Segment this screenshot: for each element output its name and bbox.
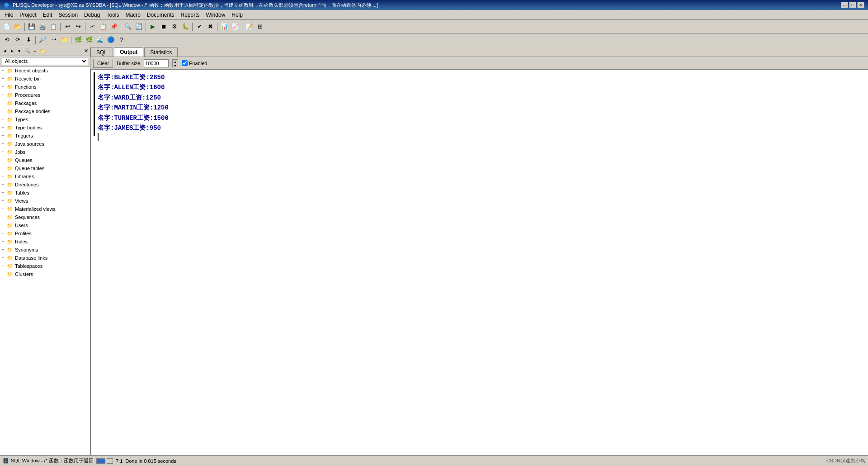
menu-help[interactable]: Help (229, 11, 245, 19)
save-button[interactable]: 💾 (27, 22, 37, 32)
rollback-button[interactable]: ✖ (205, 22, 215, 32)
expand-users[interactable]: + (2, 223, 6, 228)
expand-clusters[interactable]: + (2, 272, 6, 276)
tab-statistics[interactable]: Statistics (144, 48, 178, 57)
expand-tablespaces[interactable]: + (2, 264, 6, 268)
explain-button[interactable]: 📊 (219, 22, 229, 32)
expand-functions[interactable]: + (2, 85, 6, 89)
tree-item-recent[interactable]: + 📁 Recent objects (0, 67, 90, 75)
close-button[interactable]: ✕ (857, 2, 864, 8)
expand-package-bodies[interactable]: + (2, 109, 6, 114)
menu-project[interactable]: Project (17, 11, 39, 19)
tree-item-recycle[interactable]: + 📁 Recycle bin (0, 75, 90, 83)
expand-synonyms[interactable]: + (2, 247, 6, 252)
tree-item-tablespaces[interactable]: + 📁 Tablespaces (0, 262, 90, 270)
expand-mat-views[interactable]: + (2, 207, 6, 211)
clear-button[interactable]: Clear (93, 59, 113, 68)
tb2-btn9[interactable]: 🌊 (95, 35, 105, 45)
expand-type-bodies[interactable]: + (2, 125, 6, 130)
menu-macro[interactable]: Macro (123, 11, 143, 19)
tb2-btn4[interactable]: 🔎 (38, 35, 47, 45)
expand-types[interactable]: + (2, 117, 6, 122)
expand-recycle[interactable]: + (2, 76, 6, 81)
tree-item-roles[interactable]: + 📁 Roles (0, 238, 90, 246)
expand-procedures[interactable]: + (2, 93, 6, 97)
grid-button[interactable]: ⊞ (255, 22, 265, 32)
expand-queues[interactable]: + (2, 158, 6, 162)
expand-views[interactable]: + (2, 199, 6, 203)
left-panel-close[interactable]: ✕ (84, 48, 88, 54)
replace-button[interactable]: 🔄 (134, 22, 144, 32)
tb2-btn8[interactable]: 🌿 (84, 35, 94, 45)
tree-item-views[interactable]: + 📁 Views (0, 197, 90, 205)
tree-item-procedures[interactable]: + 📁 Procedures (0, 91, 90, 99)
tab-output[interactable]: Output (114, 48, 143, 57)
tree-item-queue-tables[interactable]: + 📁 Queue tables (0, 164, 90, 172)
tree-item-profiles[interactable]: + 📁 Profiles (0, 229, 90, 238)
restore-button[interactable]: □ (849, 2, 856, 8)
tree-view[interactable]: + 📁 Recent objects + 📁 Recycle bin + 📁 F… (0, 67, 90, 455)
menu-debug[interactable]: Debug (81, 11, 103, 19)
tb2-btn6[interactable]: 📁 (59, 35, 69, 45)
copy-button[interactable]: 📋 (98, 22, 108, 32)
menu-tools[interactable]: Tools (104, 11, 122, 19)
expand-triggers[interactable]: + (2, 133, 6, 138)
tree-item-jobs[interactable]: + 📁 Jobs (0, 148, 90, 156)
tree-item-types[interactable]: + 📁 Types (0, 115, 90, 124)
expand-directories[interactable]: + (2, 182, 6, 187)
open-button[interactable]: 📂 (13, 22, 23, 32)
tree-item-directories[interactable]: + 📁 Directories (0, 181, 90, 189)
nav-arrow[interactable]: → (32, 48, 38, 54)
menu-session[interactable]: Session (56, 11, 80, 19)
minimize-button[interactable]: — (841, 2, 848, 8)
expand-sequences[interactable]: + (2, 215, 6, 219)
spin-up[interactable]: ▲ (173, 60, 178, 64)
new-button[interactable]: 📄 (2, 22, 12, 32)
menu-documents[interactable]: Documents (144, 11, 177, 19)
menu-reports[interactable]: Reports (178, 11, 203, 19)
tb2-btn7[interactable]: 🌿 (73, 35, 83, 45)
spin-down[interactable]: ▼ (173, 64, 178, 68)
menu-edit[interactable]: Edit (40, 11, 55, 19)
nav-folder[interactable]: 📁 (39, 48, 46, 54)
tree-item-functions[interactable]: + 📁 Functions (0, 83, 90, 91)
tab-sql[interactable]: SQL (90, 48, 113, 57)
print-button[interactable]: 🖨️ (38, 22, 47, 32)
execute-button[interactable]: ▶ (148, 22, 158, 32)
cut-button[interactable]: ✂ (87, 22, 97, 32)
debug-button[interactable]: 🐛 (180, 22, 190, 32)
tree-item-users[interactable]: + 📁 Users (0, 221, 90, 229)
buffer-spinner[interactable]: ▲ ▼ (172, 59, 178, 67)
enabled-checkbox-label[interactable]: Enabled (182, 60, 207, 66)
tb2-btn11[interactable]: ? (117, 35, 127, 45)
nav-back[interactable]: ◄ (2, 48, 8, 54)
expand-db-links[interactable]: + (2, 256, 6, 260)
tree-item-package-bodies[interactable]: + 📁 Package bodies (0, 107, 90, 115)
tree-item-libraries[interactable]: + 📁 Libraries (0, 172, 90, 181)
tree-item-tables[interactable]: + 📁 Tables (0, 189, 90, 197)
format-button[interactable]: 📝 (244, 22, 254, 32)
menu-file[interactable]: File (2, 11, 16, 19)
tree-item-sequences[interactable]: + 📁 Sequences (0, 213, 90, 221)
commit-button[interactable]: ✔ (194, 22, 204, 32)
nav-down[interactable]: ▼ (16, 48, 23, 54)
expand-roles[interactable]: + (2, 239, 6, 244)
search-button[interactable]: 🔍 (123, 22, 133, 32)
expand-tables[interactable]: + (2, 190, 6, 195)
print2-button[interactable]: 📋 (48, 22, 58, 32)
expand-jobs[interactable]: + (2, 150, 6, 154)
objects-dropdown-select[interactable]: All objects (2, 57, 88, 65)
expand-packages[interactable]: + (2, 101, 6, 105)
tree-item-packages[interactable]: + 📁 Packages (0, 99, 90, 107)
tree-item-queues[interactable]: + 📁 Queues (0, 156, 90, 164)
buffer-size-input[interactable] (144, 59, 169, 67)
enabled-checkbox[interactable] (182, 60, 188, 66)
compile-button[interactable]: ⚙ (170, 22, 179, 32)
menu-window[interactable]: Window (203, 11, 228, 19)
tb2-btn10[interactable]: 🔵 (106, 35, 116, 45)
tree-item-db-links[interactable]: + 📁 Database links (0, 254, 90, 262)
tb2-btn2[interactable]: ⟳ (13, 35, 23, 45)
tree-item-clusters[interactable]: + 📁 Clusters (0, 270, 90, 278)
expand-queue-tables[interactable]: + (2, 166, 6, 171)
tree-item-synonyms[interactable]: + 📁 Synonyms (0, 246, 90, 254)
